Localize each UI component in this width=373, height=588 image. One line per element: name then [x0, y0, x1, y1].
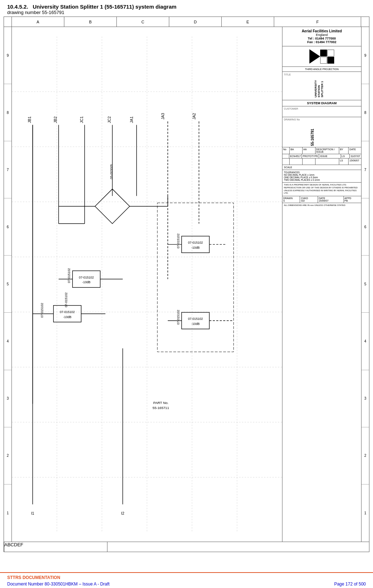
appd-label: APPD [345, 197, 360, 199]
schematic-svg: JB1 JB2 JC1 JC2 JA1 JA3 JA2 [12, 27, 282, 542]
row-1-right: 1 [362, 484, 369, 542]
svg-text:-10dB: -10dB [191, 322, 199, 326]
scale-label: SCALE [284, 166, 292, 169]
svg-text:-10dB: -10dB [63, 315, 72, 319]
issue1-date: 31/07/07 [350, 154, 361, 158]
footer-bottom: Document Number 80-330501HBKM – Issue A … [7, 582, 366, 587]
drawing-no: 55-165791 [310, 121, 314, 146]
col-f-top: F [274, 17, 361, 27]
issue1-aa: PROTOTYPE [302, 154, 319, 158]
tolerances-label: TOLERANCES [284, 171, 360, 174]
tol2: ONE DECIMAL PLACE ± 0.3mm [284, 176, 360, 179]
date-label: DATE [319, 197, 343, 199]
svg-text:05-003005: 05-003005 [110, 164, 113, 179]
svg-text:-10dB: -10dB [191, 246, 199, 249]
company-country: England [284, 33, 360, 37]
row-6-right: 6 [362, 198, 369, 256]
logo-sq-1 [320, 50, 327, 56]
svg-text:07-015102: 07-015102 [67, 268, 71, 283]
svg-rect-65 [157, 203, 234, 352]
svg-text:07-015102: 07-015102 [79, 276, 94, 279]
row-7-left: 7 [4, 141, 11, 198]
page-container: 10.4.5.2. University Station Splitter 1 … [0, 0, 373, 588]
row-8-left: 8 [4, 84, 11, 141]
row-2-left: 2 [4, 427, 11, 484]
drawing-no-label: DRAWING No [284, 118, 360, 121]
svg-text:JB1: JB1 [27, 116, 32, 123]
subtitle-text: SYSTEM DIAGRAM [282, 100, 361, 106]
row-1-left: 1 [4, 484, 11, 542]
svg-text:07-015102: 07-015102 [176, 310, 180, 325]
footer-section: STTRS DOCUMENTATION Document Number 80-3… [0, 572, 373, 588]
col-headers-bottom: A B C D E F [4, 542, 369, 552]
issue-by-header: BY [339, 147, 349, 154]
issue2-by: LS [339, 159, 349, 165]
logo-area [282, 46, 361, 67]
title-label: TITLE [284, 73, 360, 76]
col-d-top: D [169, 17, 222, 27]
proprietary-note: THIS IS A PROPRIETARY DESIGN OF AERIAL F… [282, 183, 361, 196]
diagram-area: A B C D E F A B C D E F [0, 17, 373, 571]
logo-sq-2 [327, 50, 334, 56]
diagram-outer: A B C D E F A B C D E F [4, 17, 369, 552]
col-f-bottom: F [20, 542, 107, 552]
projection-label: THIRD ANGLE PROJECTION [282, 67, 361, 72]
svg-text:55-165711: 55-165711 [153, 406, 169, 410]
row-9-left: 9 [4, 27, 11, 84]
svg-text:07-015102: 07-015102 [176, 234, 180, 249]
drawn-label: DRAWN [283, 197, 299, 199]
issue1-desc: ISSUE [319, 154, 341, 158]
row-5-right: 5 [362, 256, 369, 313]
company-name: Aerial Facilities Limited [284, 29, 360, 33]
col-b-top: B [64, 17, 117, 27]
col-c-bottom: C [10, 542, 14, 552]
drawing-content: JB1 JB2 JC1 JC2 JA1 JA3 JA2 [12, 27, 361, 542]
svg-text:07-015102: 07-015102 [64, 293, 68, 308]
customer-label: CUSTOMER [284, 107, 360, 110]
issue2-ba [290, 159, 303, 165]
issue-desc-header: DESCRIPTION / ISSUE [316, 147, 339, 154]
svg-text:I1: I1 [31, 511, 34, 515]
row-6-left: 6 [4, 198, 11, 256]
chkd-by: GD [301, 199, 317, 202]
svg-text:07-015102: 07-015102 [40, 303, 44, 318]
issue2-desc [316, 159, 339, 165]
col-a-top: A [12, 17, 64, 27]
svg-text:JC1: JC1 [79, 116, 84, 123]
issue-ba-header: BA [290, 147, 303, 154]
page-title: 10.4.5.2. University Station Splitter 1 … [7, 4, 366, 10]
company-tel: Tel : 01494 777000 [284, 37, 360, 40]
col-c-top: C [117, 17, 169, 27]
date-value: 15/06/07 [319, 199, 343, 202]
svg-text:JA3: JA3 [161, 113, 165, 119]
issue-date-header: DATE [349, 147, 361, 154]
row-5-left: 5 [4, 256, 11, 313]
logo-triangle-icon [309, 49, 320, 64]
issue2-aa [303, 159, 316, 165]
schematic-area: JB1 JB2 JC1 JC2 JA1 JA3 JA2 [12, 27, 282, 542]
svg-text:PART No.: PART No. [153, 401, 168, 405]
issue1-by: LS [341, 154, 350, 158]
drawing-number-header: drawing number 55-165791 [7, 10, 366, 15]
col-e-bottom: E [17, 542, 20, 552]
svg-text:JA2: JA2 [192, 113, 196, 119]
title-text: UNIVERSITY STATION SPLITTER 1 [314, 76, 324, 97]
col-d-bottom: D [14, 542, 17, 552]
row-3-left: 3 [4, 370, 11, 427]
issue2-no [282, 159, 290, 165]
col-a-bottom: A [4, 542, 8, 552]
row-3-right: 3 [362, 370, 369, 427]
dimensions-note: ALL DIMENSIONS ARE IN mm UNLESS OTHERWIS… [282, 203, 361, 207]
logo-squares-icon [320, 49, 335, 64]
issue2-date: 15/06/07 [349, 159, 361, 165]
title-block: Aerial Facilities Limited England Tel : … [282, 27, 361, 542]
drawn-by: S [283, 199, 299, 202]
svg-text:JA1: JA1 [129, 116, 134, 123]
svg-text:JB2: JB2 [53, 116, 57, 123]
svg-text:-10dB: -10dB [82, 280, 91, 284]
tol1: NO DECIMAL PLACE ± 1mm [284, 174, 360, 176]
row-4-left: 4 [4, 313, 11, 370]
row-7-right: 7 [362, 141, 369, 198]
svg-text:I2: I2 [121, 511, 124, 515]
page-number: Page 172 of 500 [334, 582, 366, 587]
